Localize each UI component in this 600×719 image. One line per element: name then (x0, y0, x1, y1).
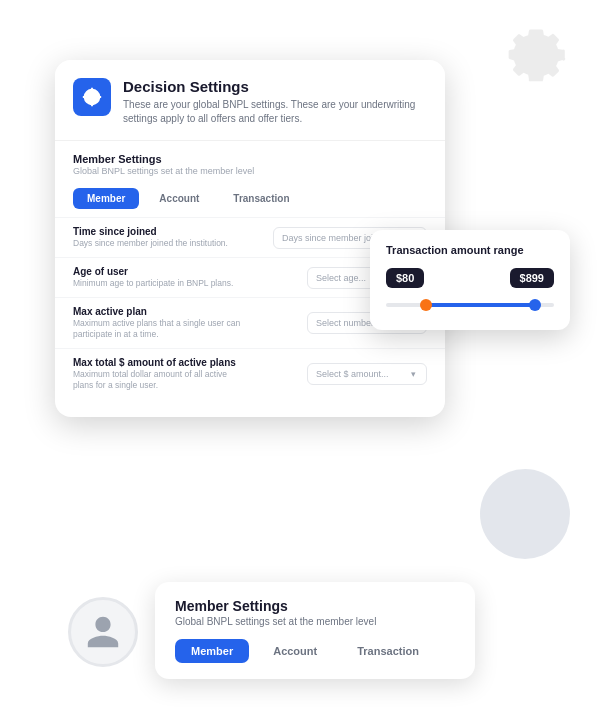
range-slider[interactable] (386, 296, 554, 314)
bottom-tab-transaction[interactable]: Transaction (341, 639, 435, 663)
decorative-circle (480, 469, 570, 559)
field-max-total-amount: Max total $ amount of active plans Maxim… (55, 348, 445, 399)
transaction-popup: Transaction amount range $80 $899 (370, 230, 570, 330)
bottom-card-subtitle: Global BNPL settings set at the member l… (175, 616, 455, 627)
bottom-tab-bar: Member Account Transaction (175, 639, 455, 663)
transaction-popup-title: Transaction amount range (386, 244, 554, 256)
range-max-badge: $899 (510, 268, 554, 288)
avatar (68, 597, 138, 667)
range-thumb-right[interactable] (529, 299, 541, 311)
tab-transaction[interactable]: Transaction (219, 188, 303, 209)
card-header: Decision Settings These are your global … (55, 60, 445, 141)
input-max-total-amount[interactable]: Select $ amount... ▾ (307, 363, 427, 385)
gear-icon (500, 18, 572, 90)
bottom-tab-account[interactable]: Account (257, 639, 333, 663)
settings-icon (73, 78, 111, 116)
section-title: Member Settings (73, 153, 427, 165)
card-header-text: Decision Settings These are your global … (123, 78, 427, 126)
range-fill (423, 303, 537, 307)
card-title: Decision Settings (123, 78, 427, 95)
range-thumb-left[interactable] (420, 299, 432, 311)
range-min-badge: $80 (386, 268, 424, 288)
tab-member[interactable]: Member (73, 188, 139, 209)
tab-bar: Member Account Transaction (55, 182, 445, 217)
section-header: Member Settings Global BNPL settings set… (55, 141, 445, 182)
tab-account[interactable]: Account (145, 188, 213, 209)
bottom-card-title: Member Settings (175, 598, 455, 614)
chevron-down-icon: ▾ (411, 369, 416, 379)
bottom-tab-member[interactable]: Member (175, 639, 249, 663)
bottom-card: Member Settings Global BNPL settings set… (155, 582, 475, 679)
range-values: $80 $899 (386, 268, 554, 288)
section-subtitle: Global BNPL settings set at the member l… (73, 166, 427, 176)
card-subtitle: These are your global BNPL settings. The… (123, 98, 427, 126)
